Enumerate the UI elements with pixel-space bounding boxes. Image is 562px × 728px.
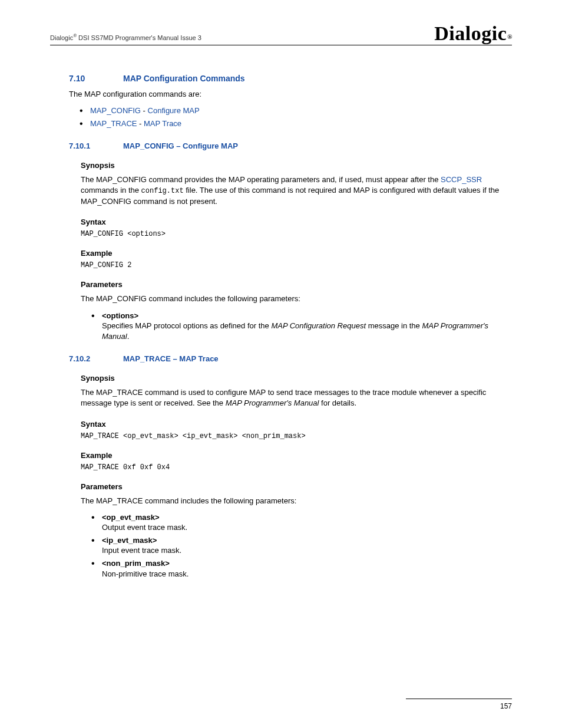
example-code: MAP_TRACE 0xf 0xf 0x4 [81,463,512,472]
link-map-trace-desc[interactable]: MAP Trace [144,119,181,128]
param-name: <op_evt_mask> [102,513,160,522]
syntax-code: MAP_CONFIG <options> [81,230,512,238]
synopsis-text: The MAP_CONFIG command provides the MAP … [81,174,512,207]
section-heading-7-10-1: 7.10.1 MAP_CONFIG – Configure MAP [69,141,512,150]
section-title: MAP_CONFIG – Configure MAP [123,141,238,150]
page-number: 157 [500,702,512,710]
intro-text: The MAP configuration commands are: [69,89,512,100]
parameters-intro: The MAP_CONFIG command includes the foll… [81,294,512,304]
parameter-list: <options> Specifies MAP protocol options… [91,311,512,342]
section-number: 7.10.1 [69,141,123,150]
section-title: MAP Configuration Commands [123,74,245,83]
section-number: 7.10 [69,74,123,83]
link-configure-map[interactable]: Configure MAP [148,106,200,115]
section-heading-7-10-2: 7.10.2 MAP_TRACE – MAP Trace [69,354,512,363]
param-name: <ip_evt_mask> [102,536,157,545]
synopsis-heading: Synopsis [81,374,512,383]
example-heading: Example [81,249,512,258]
param-name: <options> [102,311,138,320]
syntax-heading: Syntax [81,218,512,226]
example-code: MAP_CONFIG 2 [81,261,512,269]
list-item: <non_prim_mask> Non-primitive trace mask… [91,558,512,579]
synopsis-text: The MAP_TRACE command is used to configu… [81,387,512,409]
command-list: MAP_CONFIG - Configure MAP MAP_TRACE - M… [80,106,512,129]
link-map-config[interactable]: MAP_CONFIG [90,106,141,115]
link-sccp-ssr[interactable]: SCCP_SSR [441,175,482,184]
param-desc: Specifies MAP protocol options as define… [102,321,488,341]
header-doc-title: Dialogic® DSI SS7MD Programmer's Manual … [50,33,201,44]
syntax-heading: Syntax [81,420,512,429]
syntax-code: MAP_TRACE <op_evt_mask> <ip_evt_mask> <n… [81,432,512,440]
parameters-intro: The MAP_TRACE command includes the follo… [81,496,512,506]
param-desc: Non-primitive trace mask. [102,569,189,578]
example-heading: Example [81,451,512,460]
parameter-list: <op_evt_mask> Output event trace mask. <… [91,512,512,579]
param-desc: Output event trace mask. [102,523,187,532]
section-number: 7.10.2 [69,354,123,363]
section-heading-7-10: 7.10 MAP Configuration Commands [69,74,512,83]
list-item: <options> Specifies MAP protocol options… [91,311,512,342]
page-content: 7.10 MAP Configuration Commands The MAP … [50,74,512,579]
parameters-heading: Parameters [81,280,512,289]
dialogic-logo: Dialogic® [434,24,512,44]
list-item: <ip_evt_mask> Input event trace mask. [91,535,512,556]
list-item: MAP_TRACE - MAP Trace [80,118,512,129]
param-desc: Input event trace mask. [102,546,181,555]
page-footer: 157 [50,699,512,710]
footer-rule [406,699,512,699]
page-header: Dialogic® DSI SS7MD Programmer's Manual … [50,24,512,45]
parameters-heading: Parameters [81,482,512,491]
param-name: <non_prim_mask> [102,559,170,568]
section-title: MAP_TRACE – MAP Trace [123,354,219,363]
link-map-trace[interactable]: MAP_TRACE [90,119,137,128]
synopsis-heading: Synopsis [81,161,512,170]
list-item: <op_evt_mask> Output event trace mask. [91,512,512,533]
list-item: MAP_CONFIG - Configure MAP [80,106,512,116]
